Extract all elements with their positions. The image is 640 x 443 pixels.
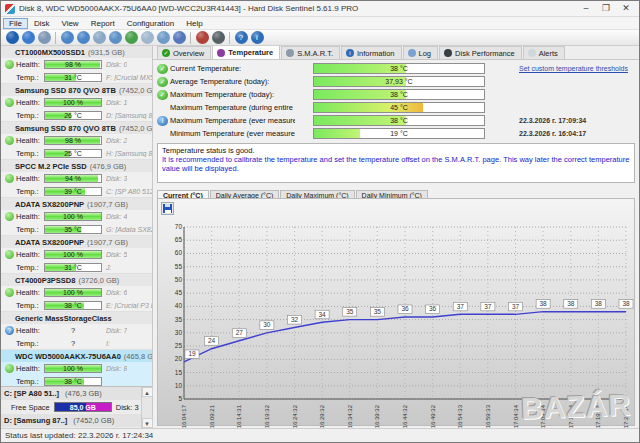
scroll-up-icon[interactable]: ▲	[142, 387, 153, 397]
disk-health-row: Health:100 %Disk: 5	[1, 248, 152, 261]
scroll-down-icon[interactable]: ▼	[142, 418, 153, 428]
menu-item-configuration[interactable]: Configuration	[121, 18, 181, 29]
tab-alerts[interactable]: Alerts	[523, 46, 565, 59]
tab-information[interactable]: iInformation	[341, 46, 402, 59]
menu-bar: FileDiskViewReportConfigurationHelp	[1, 17, 639, 30]
temperature-row-label: Minimum Temperature (ever measured):	[170, 129, 295, 138]
temperature-chart: 51015202530354045505560657016:04:1716:09…	[160, 217, 636, 428]
log-icon	[408, 49, 416, 57]
overview-icon[interactable]	[6, 31, 19, 44]
health-bar: 100 %	[44, 98, 102, 107]
health-ok-icon	[5, 60, 14, 69]
disk-entry[interactable]: WDC WD5000AAKX-75U6AA0(465,8 GB)Health:1…	[1, 350, 152, 386]
disk-entry[interactable]: CT4000P3PSSD8(3726,0 GB)Health:100 %Disk…	[1, 274, 152, 312]
disk-entry[interactable]: Samsung SSD 870 QVO 8TB(7452,0 GB)Health…	[1, 122, 152, 160]
menu-item-disk[interactable]: Disk	[28, 18, 56, 29]
set-thresholds-link[interactable]: Set custom temperature thresholds	[519, 65, 628, 72]
network-icon[interactable]	[173, 31, 186, 44]
maximize-button[interactable]: ❐	[597, 3, 615, 15]
details-icon[interactable]	[38, 31, 51, 44]
temperature-date: 22.3.2026 г. 17:09:34	[519, 117, 586, 124]
disk-entry[interactable]: ADATA SX8200PNP(1907,7 GB)Health:100 %Di…	[1, 198, 152, 236]
menu-item-view[interactable]: View	[55, 18, 84, 29]
disk-entry[interactable]: Samsung SSD 870 QVO 8TB(7452,0 GB)Health…	[1, 84, 152, 122]
partition-free-row: Free Space85,0 GBDisk: 3	[1, 400, 141, 414]
detail-tabs: ✓OverviewTemperatureS.M.A.R.T.iInformati…	[153, 46, 639, 60]
partition-scrollbar[interactable]: ▲ ▼	[141, 387, 152, 428]
bar-value: 38 °C	[45, 302, 101, 309]
close-button[interactable]: ✕	[617, 3, 635, 15]
app-window: Disk 8, WDC WD5000AAKX-75U6AA0 [WD-WCC2U…	[0, 0, 640, 443]
minimize-button[interactable]: –	[577, 3, 595, 15]
svg-text:37: 37	[512, 303, 520, 310]
menu-item-help[interactable]: Help	[180, 18, 208, 29]
disk-name: ADATA SX8200PNP(1907,7 GB)	[1, 198, 152, 210]
tab-label: Disk Performance	[455, 49, 515, 58]
bar-value: 38 °C	[314, 90, 484, 99]
disk-name-text: CT4000P3PSSD8	[15, 276, 75, 285]
health-bar: 45 °C	[313, 102, 485, 113]
tab-disk-performance[interactable]: Disk Performance	[439, 46, 522, 59]
disk-health-row: Health:100 %Disk: 8	[1, 362, 152, 375]
title-bar: Disk 8, WDC WD5000AAKX-75U6AA0 [WD-WCC2U…	[1, 1, 639, 17]
tab-s-m-a-r-t-[interactable]: S.M.A.R.T.	[281, 46, 340, 59]
disk-temp-row: Temp.:25 °CH: [Samsung 870 8TB]	[1, 147, 152, 160]
help-icon[interactable]: ?	[235, 31, 248, 44]
partition-list: C: [SP A80 51..](476,3 GB)Free Space85,0…	[1, 386, 152, 428]
bar-value: 100 %	[45, 213, 101, 220]
disk-entry[interactable]: ADATA SX8200PNP(1907,7 GB)Health:100 %Di…	[1, 236, 152, 274]
surface-test-icon[interactable]	[93, 31, 106, 44]
disk-size: (931,5 GB)	[88, 48, 125, 57]
next-disk-icon[interactable]	[77, 31, 90, 44]
status-none	[157, 129, 168, 139]
menu-item-report[interactable]: Report	[85, 18, 121, 29]
temperature-summary: ✓Current Temperature:38 °CSet custom tem…	[153, 60, 639, 140]
drive-letter: H: [Samsung 870 8TB]	[106, 150, 152, 157]
svg-text:50: 50	[175, 276, 183, 283]
svg-text:17:14:34: 17:14:34	[568, 404, 574, 428]
information-icon[interactable]: i	[251, 31, 264, 44]
bar-value: 38 °C	[45, 378, 101, 385]
svg-text:16:54:33: 16:54:33	[457, 404, 463, 428]
disk-entry[interactable]: CT1000MX500SSD1(931,5 GB)Health:98 %Disk…	[1, 46, 152, 84]
disk-name: CT4000P3PSSD8(3726,0 GB)	[1, 274, 152, 286]
temp-label: Temp.:	[16, 377, 44, 386]
partition-row[interactable]: C: [SP A80 51..](476,3 GB)	[1, 387, 141, 400]
disk-entry[interactable]: Generic MassStorageClass?Health:?Disk: 7…	[1, 312, 152, 350]
temp-label: Temp.:	[16, 263, 44, 272]
health-bar: 25 °C	[44, 149, 102, 158]
quick-test-icon[interactable]	[109, 31, 122, 44]
tab-overview[interactable]: ✓Overview	[157, 46, 211, 59]
svg-text:16:24:32: 16:24:32	[292, 404, 298, 428]
panels-icon[interactable]	[141, 31, 154, 44]
refresh-icon[interactable]	[157, 31, 170, 44]
temperature-row-label: Maximum Temperature (during entire lifes…	[170, 103, 295, 112]
disk-health-row: Health:98 %Disk: 0	[1, 58, 152, 71]
status-none	[157, 103, 168, 113]
svg-text:55: 55	[175, 263, 183, 270]
prev-disk-icon[interactable]	[61, 31, 74, 44]
svg-text:38: 38	[540, 300, 548, 307]
bar-value: 38 °C	[314, 64, 484, 73]
tab-log[interactable]: Log	[403, 46, 439, 59]
tab-temperature[interactable]: Temperature	[212, 46, 280, 59]
clipboard-icon[interactable]	[125, 31, 138, 44]
monitor-icon[interactable]	[196, 31, 209, 44]
partition-size: (7452,0 GB)	[73, 416, 114, 425]
menu-item-file[interactable]: File	[3, 18, 28, 29]
hardware-icon[interactable]	[212, 31, 225, 44]
save-chart-button[interactable]	[161, 202, 174, 215]
disk-entry[interactable]: SPCC M.2 PCIe SSD(476,9 GB)Health:94 %Di…	[1, 160, 152, 198]
partition-row[interactable]: D: [Samsung 87..](7452,0 GB)	[1, 414, 141, 427]
svg-text:16:44:32: 16:44:32	[402, 404, 408, 428]
acoustic-icon[interactable]	[22, 31, 35, 44]
disk-name-text: Generic MassStorageClass	[15, 314, 112, 323]
disk-number: Disk: 1	[106, 99, 127, 106]
drive-letter: E: [Crucial P3 Plus 4TB]	[106, 302, 152, 309]
disk-name-text: SPCC M.2 PCIe SSD	[15, 162, 87, 171]
bar-value: 100 %	[45, 251, 101, 258]
svg-text:16:39:32: 16:39:32	[374, 404, 380, 428]
information-icon: i	[346, 49, 354, 57]
disk-number: Disk: 6	[106, 289, 127, 296]
svg-text:20: 20	[175, 355, 183, 362]
